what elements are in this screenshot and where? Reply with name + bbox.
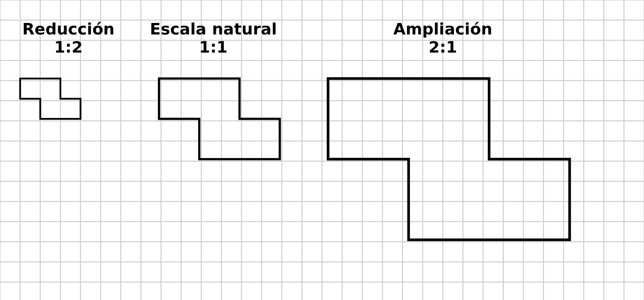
label-natural-title: Escala natural bbox=[150, 20, 277, 38]
shape-reduction bbox=[20, 79, 81, 119]
label-reduction-ratio: 1:2 bbox=[54, 38, 83, 56]
label-natural-ratio: 1:1 bbox=[199, 38, 228, 56]
label-enlarge-title: Ampliación bbox=[393, 20, 492, 38]
scale-diagram: Reducción 1:2 Escala natural 1:1 Ampliac… bbox=[0, 0, 644, 300]
label-enlarge-ratio: 2:1 bbox=[429, 38, 457, 56]
grid bbox=[0, 0, 644, 300]
shape-enlarge bbox=[328, 79, 569, 240]
label-reduction-title: Reducción bbox=[23, 20, 115, 38]
